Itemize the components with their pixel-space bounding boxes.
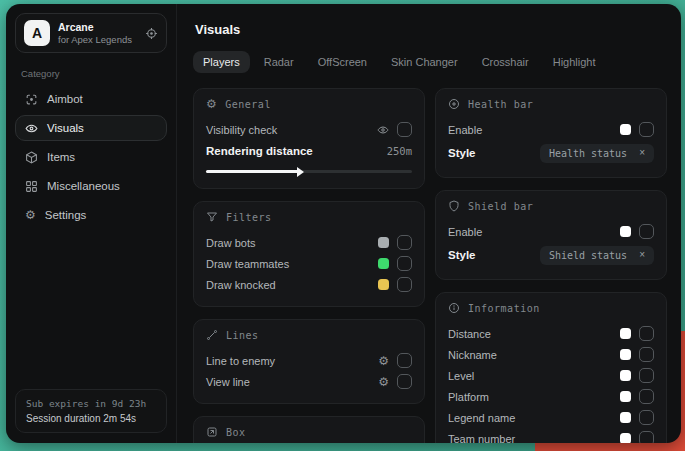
color-swatch[interactable]	[378, 279, 389, 290]
checkbox-nickname[interactable]	[639, 347, 654, 362]
checkbox-level[interactable]	[639, 368, 654, 383]
color-swatch[interactable]	[378, 237, 389, 248]
sidebar-item-visuals[interactable]: Visuals	[15, 115, 167, 141]
card-box-title: Box	[206, 426, 412, 438]
checkbox-health-enable[interactable]	[639, 122, 654, 137]
color-swatch[interactable]	[620, 433, 631, 443]
profile-card[interactable]: A Arcane for Apex Legends	[15, 13, 167, 53]
setting-row-line-to-enemy: Line to enemy ⚙	[206, 350, 412, 371]
app-window: A Arcane for Apex Legends Category	[6, 4, 681, 443]
sidebar-item-items[interactable]: Items	[15, 144, 167, 170]
color-swatch[interactable]	[378, 258, 389, 269]
setting-label: Style	[448, 249, 476, 261]
tab-radar[interactable]: Radar	[254, 51, 304, 73]
checkbox-draw-knocked[interactable]	[397, 277, 412, 292]
card-title-text: Lines	[226, 330, 259, 341]
setting-label: Draw knocked	[206, 279, 276, 291]
checkbox-distance[interactable]	[639, 326, 654, 341]
sidebar-item-label: Items	[47, 151, 75, 163]
setting-label: Enable	[448, 226, 482, 238]
left-column: ⚙ General Visibility check	[193, 88, 425, 443]
setting-row-level: Level	[448, 365, 654, 386]
rendering-distance-slider[interactable]	[206, 165, 412, 177]
checkbox-team-number[interactable]	[639, 431, 654, 443]
tab-offscreen[interactable]: OffScreen	[308, 51, 377, 73]
card-health-bar-title: Health bar	[448, 98, 654, 110]
card-lines: Lines Line to enemy ⚙ View line ⚙	[193, 319, 425, 404]
sidebar-item-label: Miscellaneous	[47, 180, 120, 192]
color-swatch[interactable]	[620, 349, 631, 360]
color-swatch[interactable]	[620, 124, 631, 135]
color-swatch[interactable]	[620, 370, 631, 381]
sidebar-item-settings[interactable]: ⚙ Settings	[15, 202, 167, 228]
setting-row-team-number: Team number	[448, 428, 654, 443]
card-filters: Filters Draw bots Draw teammates	[193, 201, 425, 307]
card-information: Information Distance Nickname	[435, 292, 667, 443]
setting-row-rendering-distance: Rendering distance 250m	[206, 140, 412, 161]
sidebar-item-aimbot[interactable]: Aimbot	[15, 86, 167, 112]
subscription-panel: Sub expires in 9d 23h Session duration 2…	[15, 389, 167, 433]
card-box: Box Enable Enable background	[193, 416, 425, 443]
remove-tag-icon[interactable]: ×	[639, 148, 645, 158]
setting-row-shield-style: Style Shield status ×	[448, 242, 654, 268]
target-icon[interactable]	[145, 27, 158, 40]
color-swatch[interactable]	[620, 391, 631, 402]
slider-thumb[interactable]	[297, 167, 304, 177]
sidebar-item-miscellaneous[interactable]: Miscellaneous	[15, 173, 167, 199]
tab-highlight[interactable]: Highlight	[543, 51, 606, 73]
card-health-bar: Health bar Enable Style Health status	[435, 88, 667, 178]
setting-row-draw-bots: Draw bots	[206, 232, 412, 253]
checkbox-line-to-enemy[interactable]	[397, 353, 412, 368]
card-title-text: Shield bar	[468, 201, 533, 212]
setting-label: Team number	[448, 433, 515, 444]
health-style-tag[interactable]: Health status ×	[540, 144, 654, 163]
setting-row-visibility-check: Visibility check	[206, 119, 412, 140]
tab-skin-changer[interactable]: Skin Changer	[381, 51, 468, 73]
color-swatch[interactable]	[620, 328, 631, 339]
checkbox-shield-enable[interactable]	[639, 224, 654, 239]
setting-row-platform: Platform	[448, 386, 654, 407]
remove-tag-icon[interactable]: ×	[639, 250, 645, 260]
card-title-text: Health bar	[468, 99, 533, 110]
card-title-text: Filters	[226, 212, 272, 223]
app-name: Arcane	[58, 21, 137, 34]
setting-label: Distance	[448, 328, 491, 340]
tab-bar: Players Radar OffScreen Skin Changer Cro…	[193, 51, 667, 73]
checkbox-draw-bots[interactable]	[397, 235, 412, 250]
card-information-title: Information	[448, 302, 654, 314]
setting-label: Visibility check	[206, 124, 277, 136]
setting-row-health-enable: Enable	[448, 119, 654, 140]
setting-label: Line to enemy	[206, 355, 275, 367]
checkbox-legend-name[interactable]	[639, 410, 654, 425]
gear-icon: ⚙	[25, 209, 36, 221]
card-shield-bar: Shield bar Enable Style Shield status	[435, 190, 667, 280]
card-filters-title: Filters	[206, 211, 412, 223]
setting-row-draw-teammates: Draw teammates	[206, 253, 412, 274]
app-logo: A	[24, 20, 50, 46]
box-icon	[206, 426, 218, 438]
gear-icon[interactable]: ⚙	[378, 376, 389, 388]
app-subtitle: for Apex Legends	[58, 34, 137, 46]
checkbox-visibility-check[interactable]	[397, 122, 412, 137]
app-logo-letter: A	[32, 25, 42, 41]
setting-label: View line	[206, 376, 250, 388]
crosshair-icon	[25, 93, 38, 106]
main-content: Visuals Players Radar OffScreen Skin Cha…	[177, 4, 681, 443]
setting-label: Enable	[448, 124, 482, 136]
eye-icon[interactable]	[377, 124, 389, 136]
tab-players[interactable]: Players	[193, 51, 250, 73]
checkbox-draw-teammates[interactable]	[397, 256, 412, 271]
setting-row-legend-name: Legend name	[448, 407, 654, 428]
color-swatch[interactable]	[620, 226, 631, 237]
grid-icon	[25, 180, 38, 193]
sidebar: A Arcane for Apex Legends Category	[6, 4, 177, 443]
shield-style-tag[interactable]: Shield status ×	[540, 246, 654, 265]
gear-icon: ⚙	[206, 98, 217, 110]
tab-crosshair[interactable]: Crosshair	[472, 51, 539, 73]
gear-icon[interactable]: ⚙	[378, 355, 389, 367]
color-swatch[interactable]	[620, 412, 631, 423]
setting-label: Rendering distance	[206, 145, 313, 157]
funnel-icon	[206, 211, 218, 223]
checkbox-platform[interactable]	[639, 389, 654, 404]
checkbox-view-line[interactable]	[397, 374, 412, 389]
